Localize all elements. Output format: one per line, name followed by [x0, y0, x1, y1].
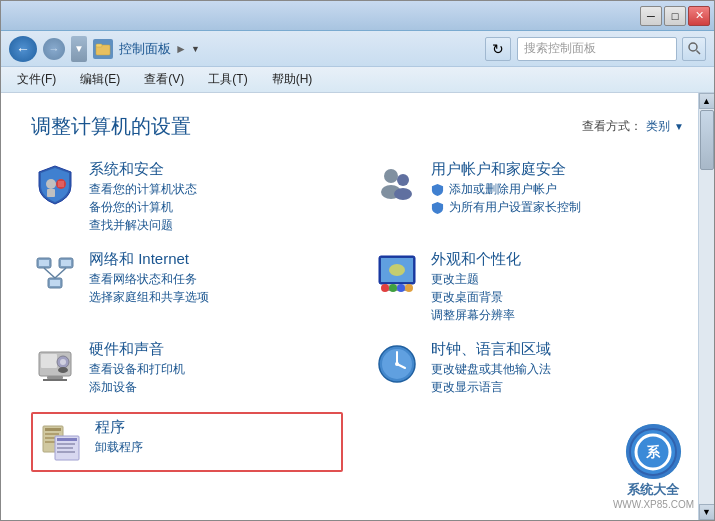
shield-small2-icon	[431, 201, 444, 214]
programs-icon	[37, 418, 85, 466]
cat-link-backup[interactable]: 备份您的计算机	[89, 199, 343, 216]
view-mode-label: 查看方式：	[582, 118, 642, 135]
cat-link-uninstall[interactable]: 卸载程序	[95, 439, 337, 456]
clock-language-links: 更改键盘或其他输入法 更改显示语言	[431, 361, 685, 396]
window: ─ □ ✕ ← → ▼ 控制面板 ► ▼ ↻ 搜索控制面板	[0, 0, 715, 521]
appearance-icon	[373, 250, 421, 298]
address-icon	[93, 39, 113, 59]
svg-rect-14	[61, 260, 71, 266]
hardware-title[interactable]: 硬件和声音	[89, 340, 343, 359]
watermark: 系 系统大全 WWW.XP85.COM	[613, 424, 694, 510]
minimize-button[interactable]: ─	[640, 6, 662, 26]
clock-language-title[interactable]: 时钟、语言和区域	[431, 340, 685, 359]
forward-button[interactable]: →	[43, 38, 65, 60]
svg-point-9	[397, 174, 409, 186]
cat-link-parental-control[interactable]: 为所有用户设置家长控制	[431, 199, 685, 216]
svg-point-21	[389, 264, 405, 276]
cat-link-homegroup[interactable]: 选择家庭组和共享选项	[89, 289, 343, 306]
category-system-security[interactable]: 系统和安全 查看您的计算机状态 备份您的计算机 查找并解决问题	[31, 160, 343, 234]
system-security-links: 查看您的计算机状态 备份您的计算机 查找并解决问题	[89, 181, 343, 234]
close-button[interactable]: ✕	[688, 6, 710, 26]
menu-file[interactable]: 文件(F)	[13, 69, 60, 90]
category-grid: 系统和安全 查看您的计算机状态 备份您的计算机 查找并解决问题	[31, 160, 684, 472]
programs-links: 卸载程序	[95, 439, 337, 456]
cat-link-wallpaper[interactable]: 更改桌面背景	[431, 289, 685, 306]
cp-content: 调整计算机的设置 查看方式： 类别 ▼	[1, 93, 714, 520]
svg-rect-49	[57, 451, 75, 453]
cat-link-troubleshoot[interactable]: 查找并解决问题	[89, 217, 343, 234]
svg-rect-29	[41, 354, 57, 368]
scroll-up-button[interactable]: ▲	[699, 93, 715, 109]
category-hardware[interactable]: 硬件和声音 查看设备和打印机 添加设备	[31, 340, 343, 396]
menu-view[interactable]: 查看(V)	[140, 69, 188, 90]
scroll-thumb[interactable]	[700, 110, 714, 170]
search-placeholder: 搜索控制面板	[524, 40, 596, 57]
cat-link-add-device[interactable]: 添加设备	[89, 379, 343, 396]
hardware-info: 硬件和声音 查看设备和打印机 添加设备	[89, 340, 343, 396]
scroll-down-button[interactable]: ▼	[699, 504, 715, 520]
breadcrumb-dropdown-arrow[interactable]: ▼	[191, 44, 200, 54]
network-info: 网络和 Internet 查看网络状态和任务 选择家庭组和共享选项	[89, 250, 343, 306]
svg-rect-12	[39, 260, 49, 266]
svg-line-3	[696, 51, 700, 55]
view-mode-arrow-icon[interactable]: ▼	[674, 121, 684, 132]
svg-rect-42	[45, 433, 59, 435]
svg-point-25	[389, 284, 397, 292]
svg-point-39	[395, 362, 399, 366]
watermark-text1: 系统大全	[627, 481, 679, 499]
category-clock-language[interactable]: 时钟、语言和区域 更改键盘或其他输入法 更改显示语言	[373, 340, 685, 396]
page-title: 调整计算机的设置	[31, 113, 191, 140]
cat-link-display-lang[interactable]: 更改显示语言	[431, 379, 685, 396]
user-accounts-links: 添加或删除用户帐户 为所有用户设置家长控制	[431, 181, 685, 216]
programs-title[interactable]: 程序	[95, 418, 337, 437]
maximize-button[interactable]: □	[664, 6, 686, 26]
category-user-accounts[interactable]: 用户帐户和家庭安全 添加或删除用户帐户 为所有用户设置家长控制	[373, 160, 685, 234]
menu-help[interactable]: 帮助(H)	[268, 69, 317, 90]
scrollbar: ▲ ▼	[698, 93, 714, 520]
category-appearance[interactable]: 外观和个性化 更改主题 更改桌面背景 调整屏幕分辨率	[373, 250, 685, 324]
breadcrumb-home[interactable]: 控制面板	[119, 40, 171, 58]
nav-dropdown-button[interactable]: ▼	[71, 36, 87, 62]
menu-edit[interactable]: 编辑(E)	[76, 69, 124, 90]
svg-point-7	[384, 169, 398, 183]
system-security-title[interactable]: 系统和安全	[89, 160, 343, 179]
cat-link-network-status[interactable]: 查看网络状态和任务	[89, 271, 343, 288]
category-network[interactable]: 网络和 Internet 查看网络状态和任务 选择家庭组和共享选项	[31, 250, 343, 324]
search-button[interactable]	[682, 37, 706, 61]
svg-rect-48	[57, 447, 73, 449]
network-title[interactable]: 网络和 Internet	[89, 250, 343, 269]
appearance-info: 外观和个性化 更改主题 更改桌面背景 调整屏幕分辨率	[431, 250, 685, 324]
cat-link-add-user[interactable]: 添加或删除用户帐户	[431, 181, 685, 198]
cat-link-theme[interactable]: 更改主题	[431, 271, 685, 288]
svg-rect-33	[43, 379, 67, 381]
refresh-button[interactable]: ↻	[485, 37, 511, 61]
cat-link-resolution[interactable]: 调整屏幕分辨率	[431, 307, 685, 324]
svg-point-34	[60, 359, 66, 365]
address-breadcrumb: 控制面板 ► ▼	[119, 40, 479, 58]
svg-line-18	[55, 268, 66, 278]
svg-point-4	[46, 179, 56, 189]
menu-tools[interactable]: 工具(T)	[204, 69, 251, 90]
watermark-text2: WWW.XP85.COM	[613, 499, 694, 510]
clock-language-info: 时钟、语言和区域 更改键盘或其他输入法 更改显示语言	[431, 340, 685, 396]
svg-point-2	[689, 43, 697, 51]
svg-line-17	[44, 268, 55, 278]
cat-link-keyboard[interactable]: 更改键盘或其他输入法	[431, 361, 685, 378]
search-box[interactable]: 搜索控制面板	[517, 37, 677, 61]
hardware-links: 查看设备和打印机 添加设备	[89, 361, 343, 396]
cat-link-computer-status[interactable]: 查看您的计算机状态	[89, 181, 343, 198]
category-programs[interactable]: 程序 卸载程序	[31, 412, 343, 472]
user-accounts-title[interactable]: 用户帐户和家庭安全	[431, 160, 685, 179]
back-button[interactable]: ←	[9, 36, 37, 62]
cat-link-devices[interactable]: 查看设备和打印机	[89, 361, 343, 378]
user-accounts-icon	[373, 160, 421, 208]
address-bar: ← → ▼ 控制面板 ► ▼ ↻ 搜索控制面板	[1, 31, 714, 67]
view-mode-value[interactable]: 类别	[646, 118, 670, 135]
svg-rect-32	[47, 376, 63, 379]
svg-rect-47	[57, 443, 75, 445]
content-area: 调整计算机的设置 查看方式： 类别 ▼	[1, 93, 714, 520]
appearance-title[interactable]: 外观和个性化	[431, 250, 685, 269]
menu-bar: 文件(F) 编辑(E) 查看(V) 工具(T) 帮助(H)	[1, 67, 714, 93]
svg-rect-5	[47, 189, 55, 197]
hardware-icon	[31, 340, 79, 388]
